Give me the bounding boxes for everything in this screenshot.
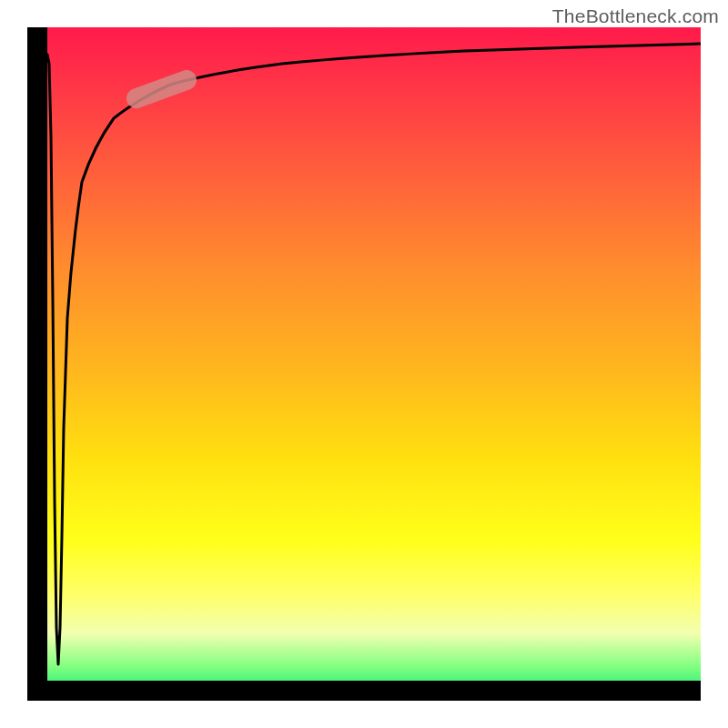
curve-layer xyxy=(27,27,701,701)
bottleneck-curve xyxy=(47,44,701,664)
svg-line-0 xyxy=(136,80,187,98)
attribution-text: TheBottleneck.com xyxy=(552,5,719,27)
curve-marker xyxy=(136,80,187,98)
plot-area xyxy=(27,27,701,701)
x-axis-bar xyxy=(27,681,701,701)
y-axis-bar xyxy=(27,27,47,701)
